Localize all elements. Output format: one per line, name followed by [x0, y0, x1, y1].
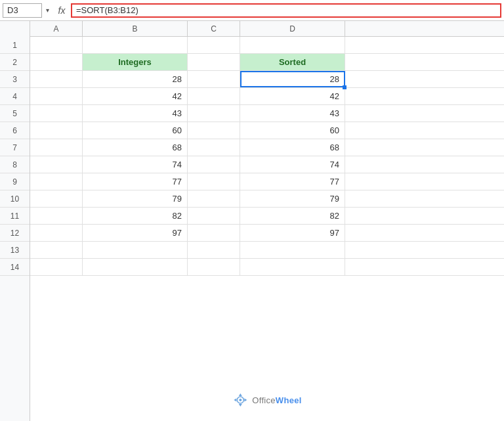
cell-c11[interactable]: [188, 208, 240, 224]
cell-c8[interactable]: [188, 156, 240, 173]
cell-b14[interactable]: [83, 259, 188, 275]
cell-d2-header[interactable]: Sorted: [240, 54, 345, 70]
cell-reference-box[interactable]: D3: [3, 3, 42, 18]
row-header-2: 2: [0, 54, 30, 71]
cell-b12[interactable]: 97: [83, 225, 188, 241]
cell-c7[interactable]: [188, 139, 240, 156]
cell-a1[interactable]: [30, 37, 83, 53]
row-header-11: 11: [0, 208, 30, 225]
cell-reference-text: D3: [7, 5, 18, 15]
row-4: 42 42: [30, 88, 504, 105]
col-header-b: B: [83, 21, 188, 36]
cell-b4[interactable]: 42: [83, 88, 188, 104]
cell-d9[interactable]: 77: [240, 173, 345, 190]
cell-c3[interactable]: [188, 71, 240, 87]
cell-a6[interactable]: [30, 122, 83, 139]
cell-a8[interactable]: [30, 156, 83, 173]
formula-input[interactable]: =SORT(B3:B12): [71, 3, 501, 18]
cell-d12[interactable]: 97: [240, 225, 345, 241]
cell-c5[interactable]: [188, 105, 240, 122]
corner-cell: [0, 21, 30, 37]
formula-text: =SORT(B3:B12): [76, 5, 138, 15]
cell-a5[interactable]: [30, 105, 83, 122]
row-11: 82 82: [30, 208, 504, 225]
grid-cells: Integers Sorted 28 28 42 42: [30, 37, 504, 421]
row-12: 97 97: [30, 225, 504, 242]
row-header-9: 9: [0, 173, 30, 190]
cell-b1[interactable]: [83, 37, 188, 53]
cell-c12[interactable]: [188, 225, 240, 241]
row-header-3: 3: [0, 71, 30, 88]
cell-a4[interactable]: [30, 88, 83, 104]
cell-d3[interactable]: 28: [240, 71, 345, 87]
cell-c2[interactable]: [188, 54, 240, 70]
row-header-14: 14: [0, 259, 30, 276]
row-header-8: 8: [0, 156, 30, 173]
cell-b11[interactable]: 82: [83, 208, 188, 224]
col-header-d: D: [240, 21, 345, 36]
formula-bar: D3 ▾ fx =SORT(B3:B12): [0, 0, 504, 21]
cell-b8[interactable]: 74: [83, 156, 188, 173]
cell-d5[interactable]: 43: [240, 105, 345, 122]
row-9: 77 77: [30, 173, 504, 190]
cell-a7[interactable]: [30, 139, 83, 156]
cell-c9[interactable]: [188, 173, 240, 190]
cell-c13[interactable]: [188, 242, 240, 258]
cell-b9[interactable]: 77: [83, 173, 188, 190]
cell-b10[interactable]: 79: [83, 190, 188, 207]
row-3: 28 28: [30, 71, 504, 88]
column-headers: A B C D: [0, 21, 504, 37]
formula-fx-label: fx: [52, 5, 71, 16]
row-header-10: 10: [0, 190, 30, 208]
cell-a10[interactable]: [30, 190, 83, 207]
cell-d1[interactable]: [240, 37, 345, 53]
cell-a11[interactable]: [30, 208, 83, 224]
svg-point-0: [237, 397, 243, 403]
cell-d13[interactable]: [240, 242, 345, 258]
cell-c1[interactable]: [188, 37, 240, 53]
cell-b5[interactable]: 43: [83, 105, 188, 122]
row-2: Integers Sorted: [30, 54, 504, 71]
row-8: 74 74: [30, 156, 504, 173]
row-header-13: 13: [0, 242, 30, 259]
row-header-5: 5: [0, 105, 30, 122]
grid-body: 1 2 3 4 5 6 7 8 9 10 11 12 13 14: [0, 37, 504, 421]
cell-c4[interactable]: [188, 88, 240, 104]
cell-a13[interactable]: [30, 242, 83, 258]
cell-c10[interactable]: [188, 190, 240, 207]
cell-c6[interactable]: [188, 122, 240, 139]
svg-point-1: [239, 399, 242, 401]
row-7: 68 68: [30, 139, 504, 156]
col-header-c: C: [188, 21, 240, 36]
cell-d7[interactable]: 68: [240, 139, 345, 156]
row-6: 60 60: [30, 122, 504, 139]
cell-d6[interactable]: 60: [240, 122, 345, 139]
cell-a3[interactable]: [30, 71, 83, 87]
watermark: OfficeWheel: [232, 392, 301, 408]
cell-a14[interactable]: [30, 259, 83, 275]
row-1: [30, 37, 504, 54]
cell-b13[interactable]: [83, 242, 188, 258]
cell-b2-header[interactable]: Integers: [83, 54, 188, 70]
row-headers: 1 2 3 4 5 6 7 8 9 10 11 12 13 14: [0, 37, 30, 421]
cell-b3[interactable]: 28: [83, 71, 188, 87]
cell-ref-arrow: ▾: [42, 7, 52, 14]
cell-b7[interactable]: 68: [83, 139, 188, 156]
cell-d11[interactable]: 82: [240, 208, 345, 224]
cell-d14[interactable]: [240, 259, 345, 275]
cell-a12[interactable]: [30, 225, 83, 241]
cell-a2[interactable]: [30, 54, 83, 70]
cell-c14[interactable]: [188, 259, 240, 275]
row-5: 43 43: [30, 105, 504, 122]
row-14: [30, 259, 504, 276]
cell-d10[interactable]: 79: [240, 190, 345, 207]
cell-a9[interactable]: [30, 173, 83, 190]
cell-d4[interactable]: 42: [240, 88, 345, 104]
row-header-7: 7: [0, 139, 30, 156]
officewheel-logo-icon: [232, 392, 248, 408]
col-header-a: A: [30, 21, 83, 36]
row-header-4: 4: [0, 88, 30, 105]
cell-b6[interactable]: 60: [83, 122, 188, 139]
cell-d8[interactable]: 74: [240, 156, 345, 173]
row-header-6: 6: [0, 122, 30, 139]
